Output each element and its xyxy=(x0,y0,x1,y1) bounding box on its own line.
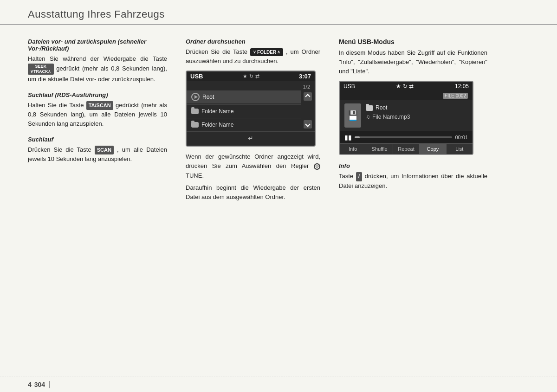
usb-screen2-header: USB ★ ↻ ⇄ 12:05 xyxy=(340,82,473,91)
usb-time2: 12:05 xyxy=(455,83,469,90)
usb-time1: 3:07 xyxy=(299,73,311,80)
page-header: Ausstattung Ihres Fahrzeugs xyxy=(0,0,557,25)
file-badge-area: FILE 0002 xyxy=(340,91,473,100)
section1-heading: Dateien vor- und zurückspulen (schneller… xyxy=(28,38,167,52)
scan-badge: SCAN xyxy=(95,146,114,154)
repeat-button[interactable]: Repeat xyxy=(393,144,420,154)
play-triangle xyxy=(194,95,198,99)
scroll-down-icon xyxy=(305,122,310,127)
usb-row-root[interactable]: Root xyxy=(187,90,301,103)
usb-stick-icon: 💾 xyxy=(347,110,359,121)
usb-file-info: Root ♫ File Name.mp3 xyxy=(366,103,410,121)
tascan-badge: TA/SCAN xyxy=(86,101,113,110)
ordner-para2: Wenn der gewünschte Ordner angezeigt wir… xyxy=(186,152,320,180)
usb-modus-heading: Menü USB-Modus xyxy=(339,38,487,45)
progress-bar-fill xyxy=(355,136,360,138)
usb-row-folder1[interactable]: Folder Name xyxy=(187,106,301,117)
scroll-up-button[interactable] xyxy=(304,92,312,101)
section2-para: Halten Sie die Taste TA/SCAN gedrückt (m… xyxy=(28,101,167,129)
content-area: Dateien vor- und zurückspulen (schneller… xyxy=(0,25,557,377)
info-heading: Info xyxy=(339,162,487,169)
music-note-icon: ♫ xyxy=(366,113,370,122)
list-button[interactable]: List xyxy=(447,144,473,154)
file-line: ♫ File Name.mp3 xyxy=(366,113,410,122)
usb-icons1: ★ ↻ ⇄ xyxy=(243,73,259,79)
divider2 xyxy=(187,118,301,118)
divider3 xyxy=(187,131,315,132)
folder-icon1 xyxy=(191,109,199,114)
ordner-heading: Ordner durchsuchen xyxy=(186,38,320,45)
info-badge: i xyxy=(356,172,362,181)
seek-track-badge: SEEK∨TRACK∧ xyxy=(28,64,54,75)
play-icon xyxy=(191,93,200,101)
ordner-para1: Drücken Sie die Taste ∨ FOLDER ∧ , um Or… xyxy=(186,47,320,66)
usb-icons2: ★ ↻ ⇄ xyxy=(396,83,414,90)
usb-bottom-bar: Info Shuffle Repeat Copy List xyxy=(340,143,473,154)
usb-label1: USB xyxy=(190,73,203,80)
usb-screen1-header: USB ★ ↻ ⇄ 3:07 xyxy=(187,71,315,81)
info-para: Taste i drücken, um Informationen über d… xyxy=(339,172,487,190)
usb-rows: Root Folder Name xyxy=(187,90,301,130)
page-number-container: 4 304 xyxy=(28,381,50,388)
right-column: Menü USB-Modus In diesem Modus haben Sie… xyxy=(330,38,487,367)
root-line: Root xyxy=(366,103,410,112)
usb-screen2: USB ★ ↻ ⇄ 12:05 FILE 0002 💾 xyxy=(339,81,473,155)
ordner-para3: Daraufhin beginnt die Wiedergabe der ers… xyxy=(186,183,320,202)
progress-area: ▮▮ 00:01 xyxy=(340,131,473,143)
file-badge: FILE 0002 xyxy=(443,93,468,99)
folder-icon2 xyxy=(191,122,199,128)
section1-para: Halten Sie während der Wiedergabe die Ta… xyxy=(28,54,167,84)
usb-thumb: 💾 xyxy=(344,103,361,128)
time-display: 00:01 xyxy=(455,135,468,140)
chapter-number: 4 xyxy=(28,381,32,388)
usb-scroll-area: Root Folder Name xyxy=(187,90,315,130)
usb-modus-para: In diesem Modus haben Sie Zugriff auf di… xyxy=(339,48,487,76)
page-number: 304 xyxy=(34,381,45,388)
page-container: Ausstattung Ihres Fahrzeugs Dateien vor-… xyxy=(0,0,557,392)
pause-button[interactable]: ▮▮ xyxy=(344,134,352,141)
tune-circle-icon: ⊙ xyxy=(314,163,320,170)
section3-para: Drücken Sie die Taste SCAN , um alle Dat… xyxy=(28,145,167,164)
folder-badge: ∨ FOLDER ∧ xyxy=(250,48,283,57)
usb-scroll-arrows xyxy=(301,90,315,130)
usb-screen1-body: 1/2 Root xyxy=(187,81,315,146)
usb-counter: 1/2 xyxy=(187,83,315,90)
scroll-down-button[interactable] xyxy=(304,120,312,129)
folder-icon-root xyxy=(366,105,373,111)
shuffle-button[interactable]: Shuffle xyxy=(366,144,393,154)
usb-screen1: USB ★ ↻ ⇄ 3:07 1/2 xyxy=(186,71,316,147)
copy-button[interactable]: Copy xyxy=(420,144,446,154)
divider1 xyxy=(187,104,301,105)
usb-screen2-body: 💾 Root ♫ File Name.mp3 xyxy=(340,100,473,131)
back-row: ↵ xyxy=(187,133,315,144)
middle-column: Ordner durchsuchen Drücken Sie die Taste… xyxy=(176,38,330,367)
page-title: Ausstattung Ihres Fahrzeugs xyxy=(28,8,529,20)
page-footer: 4 304 xyxy=(0,377,557,392)
info-button[interactable]: Info xyxy=(340,144,366,154)
progress-bar xyxy=(355,136,452,138)
left-column: Dateien vor- und zurückspulen (schneller… xyxy=(28,38,176,367)
section3-heading: Suchlauf xyxy=(28,136,167,143)
section2-heading: Suchlauf (RDS-Ausführung) xyxy=(28,91,167,98)
usb-label2: USB xyxy=(343,83,355,90)
back-icon: ↵ xyxy=(248,135,253,142)
scroll-up-icon xyxy=(305,94,310,99)
usb-row-folder2[interactable]: Folder Name xyxy=(187,119,301,130)
